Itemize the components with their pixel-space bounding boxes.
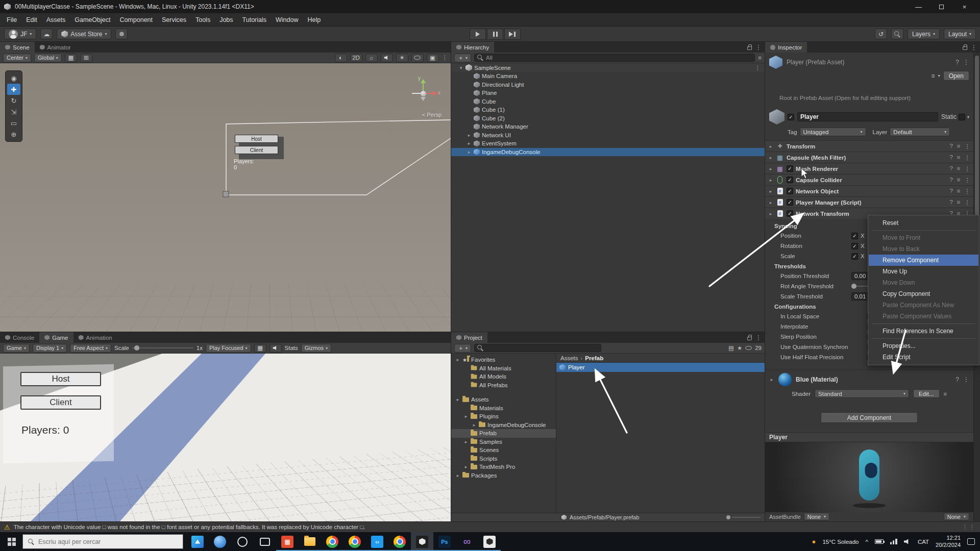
expand-arrow[interactable]: ▸ xyxy=(768,155,773,160)
component-header[interactable]: ▸ ✓ Capsule (Mesh Filter) ?≡⋮ xyxy=(765,152,973,163)
component-menu-icon[interactable]: ⋮ xyxy=(965,165,971,172)
component-enabled-checkbox[interactable]: ✓ xyxy=(787,199,793,206)
project-tree-item[interactable]: ▸ Scripts xyxy=(451,455,556,463)
2d-toggle[interactable]: 2D xyxy=(350,54,362,62)
shading-mode-icon[interactable]: ◐ xyxy=(335,54,347,62)
context-menu-item[interactable] xyxy=(872,230,975,231)
lock-icon[interactable] xyxy=(747,337,752,340)
undo-history-button[interactable]: ↺ xyxy=(875,29,887,39)
aspect-dropdown[interactable]: Free Aspect▾ xyxy=(70,344,111,353)
help-icon[interactable]: ? xyxy=(955,59,959,66)
host-button[interactable]: Host xyxy=(20,372,101,386)
create-object-button[interactable]: ＋▾ xyxy=(454,54,471,62)
client-button[interactable]: Client xyxy=(20,395,101,410)
lock-icon[interactable] xyxy=(963,46,967,50)
hierarchy-tab[interactable]: Hierarchy xyxy=(451,42,494,53)
hierarchy-item[interactable]: ▸ Network Manager xyxy=(451,122,765,131)
pivot-dropdown[interactable]: Center▾ xyxy=(3,54,31,62)
vscode-icon[interactable] xyxy=(366,532,388,551)
cloud-button[interactable]: ☁ xyxy=(40,29,53,39)
hierarchy-item[interactable]: ▸ Cube (1) xyxy=(451,106,765,114)
thumbnail-zoom-slider[interactable] xyxy=(726,515,761,519)
expand-arrow[interactable]: ▸ xyxy=(467,141,472,146)
y-axis-cone[interactable] xyxy=(421,79,426,83)
menu-item[interactable]: Tools xyxy=(191,13,215,26)
help-icon[interactable]: ? xyxy=(955,376,959,383)
taskbar-search-input[interactable] xyxy=(38,538,166,545)
expand-arrow[interactable]: ▸ xyxy=(768,178,773,183)
expand-arrow[interactable]: ▾ xyxy=(458,65,463,70)
component-header[interactable]: ▸ ✓ Transform ?≡⋮ xyxy=(765,140,973,152)
expand-arrow[interactable]: ▸ xyxy=(769,377,774,382)
hierarchy-item[interactable]: ▸ Cube (2) xyxy=(451,114,765,123)
move-tool-button[interactable]: ✚ xyxy=(7,84,20,95)
game-view-tab[interactable]: Animation xyxy=(74,332,117,343)
hidden-objects-icon[interactable] xyxy=(411,54,424,62)
account-button[interactable]: JF▾ xyxy=(4,29,36,39)
component-header[interactable]: ▸ ✓ Mesh Renderer ?≡⋮ xyxy=(765,163,973,174)
hierarchy-item[interactable]: ▸ Network UI xyxy=(451,131,765,140)
layers-dropdown[interactable]: Layers▾ xyxy=(908,29,940,39)
gameobject-name-field[interactable]: Player xyxy=(797,112,938,121)
file-explorer-icon[interactable] xyxy=(299,532,321,551)
project-tree-item[interactable]: ▸ All Prefabs xyxy=(451,381,556,390)
project-tree-item[interactable]: ▸ All Materials xyxy=(451,364,556,373)
asset-store-button[interactable]: Asset Store▾ xyxy=(57,29,111,39)
create-asset-button[interactable]: ＋▾ xyxy=(454,344,471,353)
display-dropdown[interactable]: Display 1▾ xyxy=(33,344,67,353)
presets-icon[interactable]: ≡ xyxy=(957,199,961,206)
clock[interactable]: 12:2120/2/2024 xyxy=(936,535,961,549)
menu-item[interactable]: Assets xyxy=(42,13,70,26)
view-tool-button[interactable]: ◉ xyxy=(7,72,20,84)
context-menu-item[interactable]: Edit Script xyxy=(869,352,978,363)
hierarchy-item[interactable]: ▸ Cube xyxy=(451,97,765,106)
context-menu-item[interactable] xyxy=(872,338,975,339)
network-icon[interactable] xyxy=(890,539,897,544)
expand-arrow[interactable]: ▸ xyxy=(467,133,472,138)
pause-button[interactable] xyxy=(487,29,503,40)
project-tree-item[interactable]: ▸ IngameDebugConsole xyxy=(451,421,556,430)
context-menu-item[interactable]: Find References In Scene xyxy=(869,325,978,337)
close-button[interactable]: × xyxy=(953,0,976,13)
mute-audio-icon[interactable] xyxy=(270,344,282,353)
presets-icon[interactable]: ≡ xyxy=(932,72,935,80)
stats-toggle[interactable]: Stats xyxy=(285,345,298,351)
expand-arrow[interactable]: ▸ xyxy=(463,414,469,419)
panel-menu-icon[interactable]: ⋮ xyxy=(755,334,762,341)
minimize-button[interactable]: — xyxy=(907,0,930,13)
presets-icon[interactable]: ≡ xyxy=(957,188,961,195)
step-button[interactable] xyxy=(504,29,521,40)
component-header[interactable]: ▸ ✓ Player Manager (Script) ?≡⋮ xyxy=(765,196,973,208)
game-view-tab[interactable]: Console xyxy=(0,332,39,343)
x-axis-cone[interactable] xyxy=(433,91,437,96)
rotate-tool-button[interactable]: ↻ xyxy=(7,95,20,106)
component-enabled-checkbox[interactable]: ✓ xyxy=(787,165,793,172)
hierarchy-item[interactable]: ▸ Main Camera xyxy=(451,72,765,81)
start-button[interactable] xyxy=(0,532,22,551)
move-gizmo-handle[interactable] xyxy=(223,191,229,197)
screenshot-icon[interactable]: ▦ xyxy=(254,344,266,353)
tag-dropdown[interactable]: Untagged▾ xyxy=(800,128,866,136)
component-header[interactable]: ▸ ✓ Network Object ?≡⋮ xyxy=(765,185,973,196)
help-icon[interactable]: ? xyxy=(949,199,952,206)
shader-dropdown[interactable]: Standard▾ xyxy=(815,389,909,398)
help-icon[interactable]: ? xyxy=(949,143,952,150)
inspector-tab[interactable]: Inspector xyxy=(765,42,807,53)
scale-slider[interactable] xyxy=(132,347,193,348)
help-icon[interactable]: ? xyxy=(949,177,952,184)
project-tree-item[interactable]: ▸ Plugins xyxy=(451,412,556,421)
volume-icon[interactable] xyxy=(904,539,911,545)
language-indicator[interactable]: CAT xyxy=(918,539,929,545)
menu-item[interactable]: Jobs xyxy=(215,13,237,26)
lock-icon[interactable] xyxy=(747,46,752,50)
context-menu-item[interactable]: Paste Component As New xyxy=(869,299,978,311)
expand-arrow[interactable]: ▸ xyxy=(455,357,460,362)
game-view-tab[interactable]: Game xyxy=(39,332,73,343)
project-tree-item[interactable]: ▸ Prefab xyxy=(451,429,556,438)
component-enabled-checkbox[interactable]: ✓ xyxy=(787,177,793,183)
menu-item[interactable]: Services xyxy=(157,13,191,26)
help-icon[interactable]: ? xyxy=(949,165,952,172)
axis-checkbox[interactable]: ✓ xyxy=(851,243,858,249)
neg-y-axis-cone[interactable] xyxy=(421,97,426,101)
preview-viewport[interactable] xyxy=(765,442,973,512)
